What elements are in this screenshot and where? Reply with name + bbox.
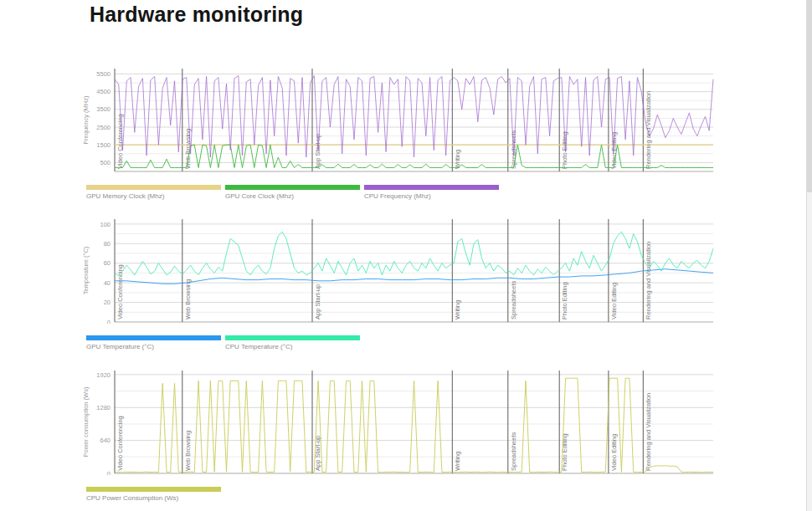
scenario-label: Rendering and Visualization (645, 393, 652, 471)
y-tick-label: 640 (100, 437, 110, 444)
y-tick-label: 80 (104, 240, 110, 248)
y-tick-label: 3500 (96, 105, 110, 113)
power-consumption-chart: 064012801920Power consumption (Ws)Video … (80, 365, 716, 475)
page-title: Hardware monitoring (90, 3, 303, 27)
legend-swatch (86, 335, 221, 340)
scenario-label: Video Conferencing (116, 264, 124, 319)
page-scrollbar[interactable] (806, 0, 812, 511)
scenario-label: Video Conferencing (116, 114, 124, 169)
y-axis-title: Temperature (°C) (82, 246, 90, 294)
y-tick-label: 4500 (96, 88, 110, 95)
legend-item: CPU Power Consumption (Ws) (86, 487, 221, 502)
y-axis-title: Frequency (MHz) (82, 95, 90, 144)
scenario-label: Rendering and Visualization (645, 91, 652, 169)
y-tick-label: 60 (104, 259, 110, 267)
legend-item: CPU Frequency (Mhz) (364, 185, 499, 200)
scenario-label: App Start-up (314, 284, 321, 319)
scenario-label: Web Browsing (184, 279, 192, 319)
y-tick-label: 20 (104, 299, 110, 306)
legend-item: GPU Core Clock (Mhz) (225, 185, 360, 200)
series-line (115, 232, 713, 276)
scenario-label: Video Conferencing (116, 416, 124, 471)
y-tick-label: 500 (100, 159, 110, 166)
y-tick-label: 1280 (96, 404, 110, 411)
y-axis-title: Power consumption (Ws) (82, 386, 90, 457)
y-tick-label: 5500 (96, 70, 110, 78)
scenario-label: Writing (454, 452, 461, 471)
temperature-chart-legend: GPU Temperature (°C)CPU Temperature (°C) (86, 335, 360, 350)
legend-label: CPU Frequency (Mhz) (364, 192, 499, 200)
scenario-label: Web Browsing (184, 431, 192, 471)
legend-label: GPU Memory Clock (Mhz) (86, 192, 221, 200)
legend-swatch (225, 185, 360, 190)
legend-item: GPU Memory Clock (Mhz) (86, 185, 221, 200)
legend-swatch (86, 185, 221, 190)
legend-label: CPU Temperature (°C) (225, 343, 360, 350)
scenario-label: Spreadsheets (510, 280, 517, 319)
scenario-label: Writing (454, 300, 461, 319)
legend-swatch (86, 487, 221, 492)
legend-label: GPU Temperature (°C) (86, 343, 221, 350)
series-line (115, 269, 713, 284)
legend-swatch (225, 335, 360, 340)
scenario-label: Video Editing (610, 283, 618, 319)
power-consumption-chart-legend: CPU Power Consumption (Ws) (86, 487, 221, 502)
series-line (115, 378, 713, 473)
legend-swatch (364, 185, 499, 190)
y-tick-label: 1920 (96, 371, 110, 379)
legend-item: CPU Temperature (°C) (225, 335, 360, 350)
y-tick-label: 40 (104, 279, 110, 287)
y-tick-label: 1500 (96, 141, 110, 149)
legend-label: GPU Core Clock (Mhz) (225, 192, 360, 200)
frequency-chart: 50015002500350045005500Frequency (MHz)Vi… (80, 64, 716, 173)
y-tick-label: 100 (100, 221, 110, 228)
scrollbar-thumb[interactable] (807, 0, 812, 192)
temperature-chart: 020406080100Temperature (°C)Video Confer… (80, 214, 716, 324)
frequency-chart-legend: GPU Memory Clock (Mhz)GPU Core Clock (Mh… (86, 185, 499, 200)
scenario-label: Video Editing (610, 434, 618, 471)
legend-label: CPU Power Consumption (Ws) (86, 494, 221, 502)
scenario-label: Photo Editing (561, 282, 568, 319)
scenario-label: Spreadsheets (510, 432, 517, 471)
y-tick-label: 0 (107, 470, 110, 475)
legend-item: GPU Temperature (°C) (86, 335, 221, 350)
scenario-label: Rendering and Visualization (645, 242, 652, 319)
y-tick-label: 2500 (96, 124, 110, 131)
y-tick-label: 0 (107, 319, 110, 324)
